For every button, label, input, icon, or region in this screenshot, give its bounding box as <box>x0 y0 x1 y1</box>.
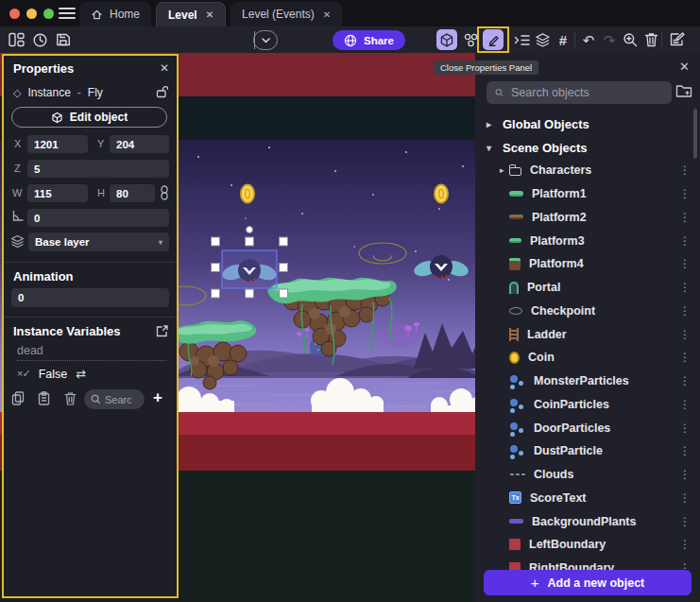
minimize-window-button[interactable] <box>26 9 37 19</box>
panels-layout-icon[interactable] <box>6 29 26 50</box>
group-global-objects[interactable]: ▸ Global Objects <box>487 117 589 131</box>
object-item-platform2[interactable]: Platform2 ⋮ <box>475 206 700 230</box>
item-menu-icon[interactable]: ⋮ <box>679 234 691 248</box>
object-item-doorparticles[interactable]: DoorParticles ⋮ <box>475 416 700 439</box>
item-menu-icon[interactable]: ⋮ <box>679 211 691 224</box>
width-field[interactable] <box>27 184 88 202</box>
selection-box[interactable] <box>222 250 277 288</box>
item-menu-icon[interactable]: ⋮ <box>679 351 691 364</box>
redo-icon[interactable]: ↷ <box>599 29 620 50</box>
objects-search-input[interactable] <box>511 86 663 99</box>
item-menu-icon[interactable]: ⋮ <box>679 328 691 341</box>
save-icon[interactable] <box>53 29 74 50</box>
add-variable-button[interactable]: + <box>153 388 162 407</box>
item-menu-icon[interactable]: ⋮ <box>679 444 691 457</box>
preview-dropdown-chevron-icon[interactable] <box>254 31 277 49</box>
object-item-coin[interactable]: Coin ⋮ <box>475 346 700 370</box>
close-window-button[interactable] <box>9 9 20 19</box>
object-item-coinparticles[interactable]: CoinParticles ⋮ <box>475 393 700 417</box>
checkpoint-thumbnail-icon <box>509 307 522 315</box>
object-item-characters[interactable]: ▸ Characters ⋮ <box>475 159 700 182</box>
z-field[interactable] <box>27 160 169 178</box>
scene-notes-icon[interactable] <box>667 29 688 50</box>
lock-ratio-icon[interactable] <box>160 185 169 200</box>
object-item-backgroundplants[interactable]: BackgroundPlants ⋮ <box>475 509 700 533</box>
layers-icon[interactable] <box>532 29 553 50</box>
undo-icon[interactable]: ↶ <box>578 29 599 50</box>
object-item-ladder[interactable]: Ladder ⋮ <box>475 322 700 346</box>
item-menu-icon[interactable]: ⋮ <box>679 515 691 528</box>
plus-icon: + <box>531 575 539 591</box>
close-properties-icon[interactable]: ✕ <box>160 61 169 75</box>
object-item-platform3[interactable]: Platform3 ⋮ <box>475 229 700 252</box>
item-menu-icon[interactable]: ⋮ <box>679 163 691 177</box>
scene-3d-view-icon[interactable] <box>436 29 457 50</box>
object-item-portal[interactable]: Portal ⋮ <box>475 276 700 300</box>
variables-search-input[interactable] <box>105 394 131 405</box>
variables-search[interactable] <box>84 389 145 409</box>
item-menu-icon[interactable]: ⋮ <box>679 374 691 387</box>
y-field[interactable] <box>110 135 169 153</box>
object-item-scoretext[interactable]: Tx ScoreText ⋮ <box>475 487 700 510</box>
paste-icon[interactable] <box>38 391 50 405</box>
copy-icon[interactable] <box>11 391 25 405</box>
close-tab-icon[interactable]: ✕ <box>204 9 213 20</box>
variable-name[interactable]: dead <box>17 344 166 361</box>
object-label: Platform3 <box>530 234 585 248</box>
edit-properties-icon[interactable] <box>483 29 504 50</box>
object-item-leftboundary[interactable]: LeftBoundary ⋮ <box>475 533 700 557</box>
variable-value[interactable]: False <box>39 368 68 381</box>
item-menu-icon[interactable]: ⋮ <box>679 421 691 435</box>
tab-label: Level <box>168 9 197 22</box>
trash-icon[interactable] <box>64 391 77 405</box>
preview-button[interactable]: ▷ Preview <box>253 30 278 50</box>
objects-search[interactable] <box>487 81 672 104</box>
animation-field[interactable] <box>11 288 169 307</box>
unlock-icon[interactable] <box>156 85 168 98</box>
add-object-button[interactable]: + Add a new object <box>484 570 691 595</box>
edit-object-button[interactable]: Edit object <box>11 107 167 128</box>
zoom-in-icon[interactable] <box>620 29 640 50</box>
object-item-monsterparticles[interactable]: MonsterParticles ⋮ <box>475 370 700 393</box>
item-menu-icon[interactable]: ⋮ <box>679 187 691 200</box>
item-menu-icon[interactable]: ⋮ <box>679 281 691 294</box>
z-label: Z <box>14 163 21 174</box>
portal-thumbnail-icon <box>509 282 519 294</box>
item-menu-icon[interactable]: ⋮ <box>679 304 691 318</box>
tab-level-events[interactable]: Level (Events) ✕ <box>230 2 342 26</box>
object-label: Portal <box>527 281 560 294</box>
item-menu-icon[interactable]: ⋮ <box>679 538 691 551</box>
object-item-platform4[interactable]: Platform4 ⋮ <box>475 252 700 276</box>
share-button[interactable]: Share <box>333 30 405 50</box>
x-field[interactable] <box>27 135 88 153</box>
scrollbar-thumb[interactable] <box>693 109 697 159</box>
close-objects-panel-icon[interactable]: ✕ <box>679 60 690 74</box>
coin-instance[interactable] <box>435 185 448 203</box>
tab-level[interactable]: Level ✕ <box>156 2 226 26</box>
object-item-platform1[interactable]: Platform1 ⋮ <box>475 182 700 206</box>
object-item-clouds[interactable]: Clouds ⋮ <box>475 463 700 487</box>
item-menu-icon[interactable]: ⋮ <box>679 491 691 505</box>
item-menu-icon[interactable]: ⋮ <box>679 468 691 481</box>
group-scene-objects[interactable]: ▾ Scene Objects <box>487 141 588 155</box>
grid-icon[interactable]: # <box>553 29 573 50</box>
rotate-handle[interactable] <box>247 227 253 233</box>
toggle-value-icon[interactable]: ⇄ <box>76 367 86 381</box>
add-folder-icon[interactable] <box>675 83 692 99</box>
height-field[interactable] <box>110 184 155 202</box>
layer-select[interactable]: Base layer ▾ <box>28 232 169 251</box>
instances-list-icon[interactable] <box>511 29 532 50</box>
object-item-checkpoint[interactable]: Checkpoint ⋮ <box>475 300 700 323</box>
coin-instance[interactable] <box>241 185 254 203</box>
history-icon[interactable] <box>29 29 50 50</box>
main-menu-icon[interactable] <box>59 8 76 19</box>
delete-icon[interactable] <box>640 29 661 50</box>
maximize-window-button[interactable] <box>43 9 54 19</box>
open-variables-editor-icon[interactable] <box>156 325 168 337</box>
item-menu-icon[interactable]: ⋮ <box>679 398 691 411</box>
object-item-dustparticle[interactable]: DustParticle ⋮ <box>475 439 700 463</box>
close-tab-icon[interactable]: ✕ <box>321 9 331 20</box>
tab-home[interactable]: Home <box>79 2 151 26</box>
item-menu-icon[interactable]: ⋮ <box>679 257 691 270</box>
angle-field[interactable] <box>27 209 169 227</box>
